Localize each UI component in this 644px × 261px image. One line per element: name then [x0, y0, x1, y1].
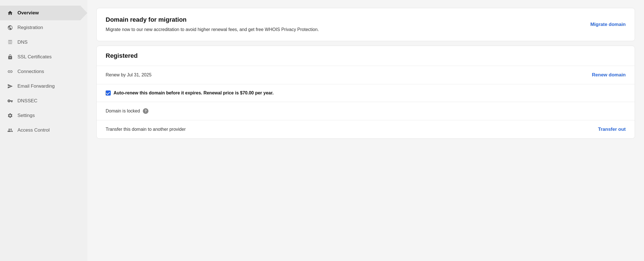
- sidebar-item-overview-label: Overview: [17, 10, 39, 16]
- renew-by-date: Renew by Jul 31, 2025: [106, 72, 152, 78]
- sidebar-item-ssl[interactable]: SSL Certificates: [0, 50, 87, 64]
- migration-card: Domain ready for migration Migrate now t…: [96, 8, 635, 41]
- link-icon: [7, 68, 14, 75]
- migration-description: Migrate now to our new accreditation to …: [106, 26, 585, 33]
- email-icon: [7, 83, 14, 90]
- migrate-domain-link[interactable]: Migrate domain: [590, 22, 626, 27]
- registered-card: Registered Renew by Jul 31, 2025 Renew d…: [96, 46, 635, 139]
- sidebar-item-email-forwarding-label: Email Forwarding: [17, 83, 55, 89]
- home-icon: [7, 10, 14, 16]
- migration-action: Migrate domain: [590, 22, 626, 27]
- sidebar-item-access-control[interactable]: Access Control: [0, 123, 87, 138]
- registered-title-row: Registered: [97, 46, 635, 66]
- dns-icon: [7, 39, 14, 46]
- settings-icon: [7, 112, 14, 119]
- domain-locked-text: Domain is locked: [106, 109, 140, 114]
- sidebar-item-dns[interactable]: DNS: [0, 35, 87, 50]
- sidebar-item-ssl-label: SSL Certificates: [17, 54, 52, 60]
- registered-title: Registered: [106, 52, 138, 59]
- sidebar-item-settings-label: Settings: [17, 113, 35, 118]
- sidebar-item-dns-label: DNS: [17, 39, 28, 45]
- sidebar-item-email-forwarding[interactable]: Email Forwarding: [0, 79, 87, 94]
- renew-domain-link[interactable]: Renew domain: [592, 72, 626, 78]
- sidebar-item-connections[interactable]: Connections: [0, 64, 87, 79]
- sidebar-item-dnssec[interactable]: DNSSEC: [0, 94, 87, 108]
- auto-renew-text: Auto-renew this domain before it expires…: [114, 90, 274, 96]
- domain-locked-row: Domain is locked ?: [97, 102, 635, 120]
- transfer-out-link[interactable]: Transfer out: [598, 127, 626, 132]
- key-icon: [7, 98, 14, 104]
- sidebar: Overview Registration DNS SSL Certificat…: [0, 0, 87, 261]
- renew-by-row: Renew by Jul 31, 2025 Renew domain: [97, 66, 635, 84]
- users-icon: [7, 127, 14, 134]
- sidebar-item-connections-label: Connections: [17, 69, 44, 74]
- main-content: Domain ready for migration Migrate now t…: [87, 0, 644, 261]
- sidebar-item-registration-label: Registration: [17, 25, 43, 30]
- lock-icon: [7, 54, 14, 60]
- sidebar-item-overview[interactable]: Overview: [0, 6, 87, 20]
- migration-content: Domain ready for migration Migrate now t…: [106, 16, 585, 33]
- sidebar-item-settings[interactable]: Settings: [0, 108, 87, 123]
- auto-renew-checkbox[interactable]: [106, 90, 111, 96]
- sidebar-item-access-control-label: Access Control: [17, 127, 50, 133]
- transfer-text: Transfer this domain to another provider: [106, 127, 186, 132]
- help-icon[interactable]: ?: [143, 108, 148, 114]
- auto-renew-row: Auto-renew this domain before it expires…: [97, 84, 635, 102]
- sidebar-item-dnssec-label: DNSSEC: [17, 98, 37, 104]
- sidebar-item-registration[interactable]: Registration: [0, 20, 87, 35]
- migration-title: Domain ready for migration: [106, 16, 585, 23]
- globe-icon: [7, 24, 14, 31]
- transfer-row: Transfer this domain to another provider…: [97, 120, 635, 138]
